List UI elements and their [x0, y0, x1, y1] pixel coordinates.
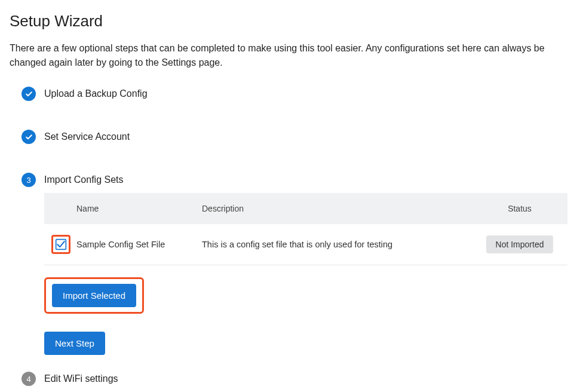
config-sets-panel: Name Description Status: [44, 193, 567, 355]
highlight-annotation: [51, 235, 70, 254]
check-icon: [25, 133, 33, 141]
step-upload-backup: Upload a Backup Config: [22, 87, 567, 130]
row-description: This is a config set file that is only u…: [196, 224, 472, 265]
row-checkbox[interactable]: [55, 238, 67, 250]
check-icon: [25, 90, 33, 98]
col-header-name: Name: [76, 193, 196, 224]
col-header-description: Description: [196, 193, 472, 224]
status-badge: Not Imported: [486, 235, 554, 253]
step-label: Edit WiFi settings: [44, 372, 567, 386]
highlight-annotation: Import Selected: [44, 277, 144, 314]
setup-stepper: Upload a Backup Config Set Service Accou…: [10, 87, 567, 392]
config-sets-table: Name Description Status: [44, 193, 567, 265]
page-title: Setup Wizard: [10, 12, 567, 30]
step-edit-wifi-settings: 4 Edit WiFi settings: [22, 372, 567, 392]
step-marker-done: [22, 87, 36, 101]
step-marker-done: [22, 130, 36, 144]
col-header-status: Status: [472, 193, 567, 224]
step-marker-pending: 4: [22, 372, 36, 386]
step-label: Upload a Backup Config: [44, 87, 567, 101]
row-name: Sample Config Set File: [76, 224, 196, 265]
step-set-service-account: Set Service Account: [22, 130, 567, 173]
step-import-config-sets: 3 Import Config Sets Name Description St…: [22, 173, 567, 372]
table-header-row: Name Description Status: [44, 193, 567, 224]
page-description: There are a few optional steps that can …: [10, 41, 567, 70]
step-marker-current: 3: [22, 173, 36, 187]
step-label: Set Service Account: [44, 130, 567, 144]
step-label: Import Config Sets: [44, 173, 567, 187]
next-step-button[interactable]: Next Step: [44, 332, 105, 355]
table-row: Sample Config Set File This is a config …: [44, 224, 567, 265]
import-selected-button[interactable]: Import Selected: [52, 284, 136, 307]
col-header-checkbox: [44, 193, 76, 224]
